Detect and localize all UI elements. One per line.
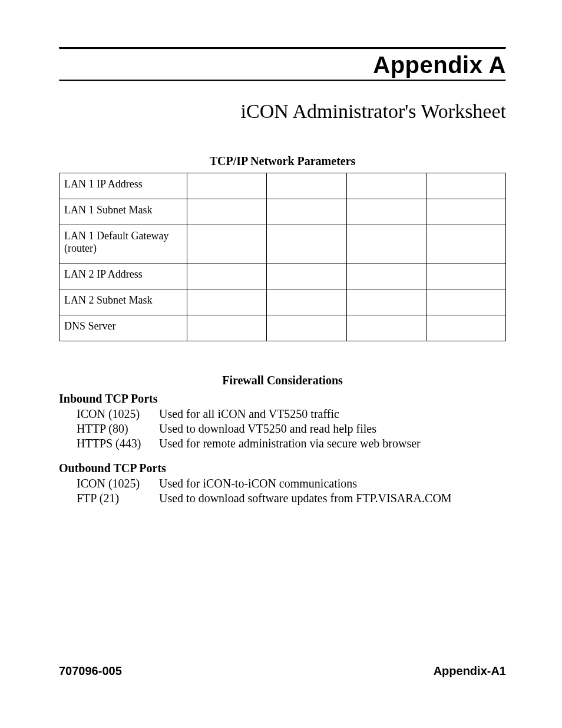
param-label: DNS Server xyxy=(59,315,187,341)
header-rule-top xyxy=(59,47,506,50)
table-row: LAN 2 Subnet Mask xyxy=(59,289,506,315)
port-name: HTTPS (443) xyxy=(77,436,159,451)
param-blank xyxy=(426,173,505,199)
footer-left: 707096-005 xyxy=(59,664,122,678)
document-title: iCON Administrator's Worksheet xyxy=(59,100,506,123)
firewall-heading: Firewall Considerations xyxy=(59,374,506,387)
param-blank xyxy=(267,315,346,341)
param-blank xyxy=(267,225,346,263)
port-name: FTP (21) xyxy=(77,491,159,506)
network-heading: TCP/IP Network Parameters xyxy=(59,154,506,168)
appendix-label: Appendix A xyxy=(59,52,506,78)
port-name: ICON (1025) xyxy=(77,407,159,421)
param-label: LAN 1 IP Address xyxy=(59,173,187,199)
port-desc: Used to download software updates from F… xyxy=(159,491,506,506)
inbound-block: ICON (1025) Used for all iCON and VT5250… xyxy=(59,407,506,451)
port-row: ICON (1025) Used for iCON-to-iCON commun… xyxy=(77,476,506,491)
table-row: LAN 1 Subnet Mask xyxy=(59,199,506,225)
param-blank xyxy=(267,199,346,225)
param-blank xyxy=(426,225,505,263)
param-blank xyxy=(346,263,426,289)
port-desc: Used to download VT5250 and read help fi… xyxy=(159,421,506,436)
param-blank xyxy=(187,225,267,263)
param-blank xyxy=(267,289,346,315)
param-blank xyxy=(187,315,267,341)
param-blank xyxy=(346,173,426,199)
port-desc: Used for all iCON and VT5250 traffic xyxy=(159,407,506,421)
port-name: ICON (1025) xyxy=(77,476,159,491)
param-blank xyxy=(426,289,505,315)
port-desc: Used for remote administration via secur… xyxy=(159,436,506,451)
inbound-heading: Inbound TCP Ports xyxy=(59,392,506,406)
port-name: HTTP (80) xyxy=(77,421,159,436)
network-params-table: LAN 1 IP Address LAN 1 Subnet Mask LAN 1… xyxy=(59,173,506,341)
table-row: LAN 2 IP Address xyxy=(59,263,506,289)
outbound-heading: Outbound TCP Ports xyxy=(59,462,506,475)
param-label: LAN 2 IP Address xyxy=(59,263,187,289)
footer-right: Appendix-A1 xyxy=(434,664,506,678)
param-blank xyxy=(346,289,426,315)
port-row: HTTPS (443) Used for remote administrati… xyxy=(77,436,506,451)
port-row: ICON (1025) Used for all iCON and VT5250… xyxy=(77,407,506,421)
param-blank xyxy=(426,199,505,225)
param-blank xyxy=(426,263,505,289)
param-blank xyxy=(346,315,426,341)
param-blank xyxy=(346,225,426,263)
table-row: LAN 1 Default Gateway (router) xyxy=(59,225,506,263)
table-row: DNS Server xyxy=(59,315,506,341)
param-label: LAN 1 Subnet Mask xyxy=(59,199,187,225)
page-container: Appendix A iCON Administrator's Workshee… xyxy=(0,0,562,728)
param-label: LAN 2 Subnet Mask xyxy=(59,289,187,315)
param-blank xyxy=(187,199,267,225)
param-blank xyxy=(187,263,267,289)
param-blank xyxy=(267,263,346,289)
param-blank xyxy=(346,199,426,225)
header-rule-bottom xyxy=(59,80,506,81)
table-row: LAN 1 IP Address xyxy=(59,173,506,199)
page-footer: 707096-005 Appendix-A1 xyxy=(59,664,506,678)
param-blank xyxy=(426,315,505,341)
param-label: LAN 1 Default Gateway (router) xyxy=(59,225,187,263)
port-row: HTTP (80) Used to download VT5250 and re… xyxy=(77,421,506,436)
port-desc: Used for iCON-to-iCON communications xyxy=(159,476,506,491)
param-blank xyxy=(267,173,346,199)
outbound-block: ICON (1025) Used for iCON-to-iCON commun… xyxy=(59,476,506,506)
param-blank xyxy=(187,173,267,199)
param-blank xyxy=(187,289,267,315)
port-row: FTP (21) Used to download software updat… xyxy=(77,491,506,506)
